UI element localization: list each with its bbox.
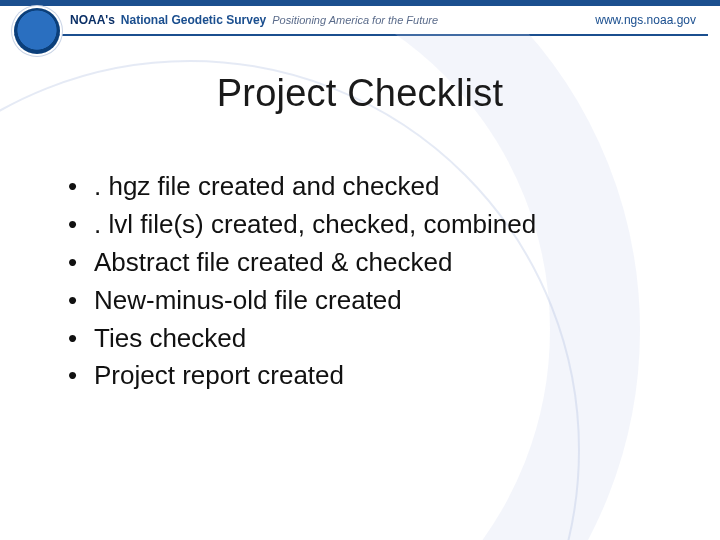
list-item: . hgz file created and checked (68, 169, 680, 205)
brand-tagline: Positioning America for the Future (272, 14, 438, 26)
header-bar: NOAA's National Geodetic Survey Position… (0, 0, 720, 34)
list-item: Ties checked (68, 321, 680, 357)
header-url: www.ngs.noaa.gov (595, 13, 696, 27)
slide-body: Project Checklist . hgz file created and… (0, 36, 720, 394)
brand-noaa: NOAA's (70, 13, 115, 27)
noaa-logo-icon (14, 8, 60, 54)
list-item: New-minus-old file created (68, 283, 680, 319)
slide-title: Project Checklist (40, 72, 680, 115)
list-item: Project report created (68, 358, 680, 394)
header-left: NOAA's National Geodetic Survey Position… (70, 13, 438, 27)
checklist: . hgz file created and checked . lvl fil… (40, 169, 680, 394)
brand-ngs: National Geodetic Survey (121, 13, 266, 27)
list-item: . lvl file(s) created, checked, combined (68, 207, 680, 243)
list-item: Abstract file created & checked (68, 245, 680, 281)
